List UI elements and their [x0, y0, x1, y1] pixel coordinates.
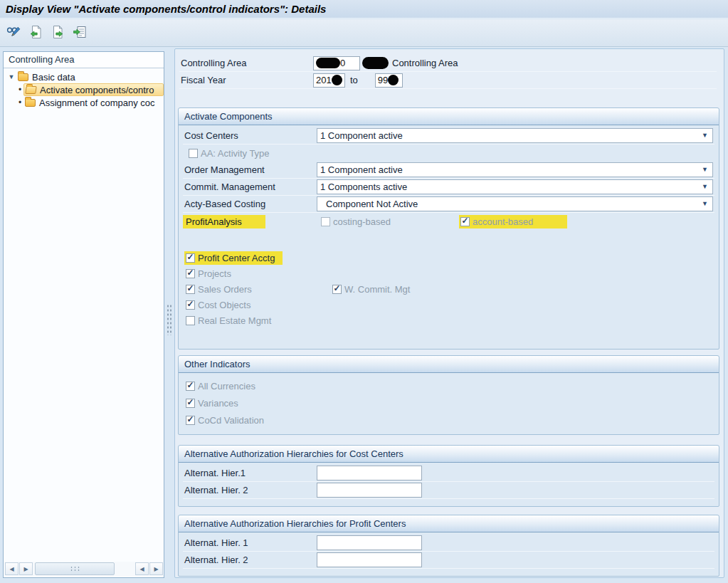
all-currencies-row: All Currencies [183, 377, 714, 394]
previous-entry-button[interactable] [27, 24, 44, 41]
acty-based-costing-row: Acty-Based Costing Component Not Active … [183, 196, 714, 213]
other-indicators-group: Other Indicators All Currencies Variance… [178, 355, 719, 435]
alt-hier1-cc-row: Alternat. Hier.1 [183, 465, 714, 482]
redaction-blob [316, 58, 340, 68]
fiscal-year-to-label: to [350, 75, 358, 85]
redaction-blob [388, 75, 399, 85]
tree-item-basic-data[interactable]: ▼ Basic data [4, 70, 164, 83]
redaction-blob [362, 57, 389, 69]
projects-row: Projects [183, 266, 714, 281]
scrollbar-thumb[interactable] [35, 562, 115, 575]
aa-activity-type-label: AA: Activity Type [201, 148, 270, 159]
aa-activity-type-checkbox[interactable] [189, 149, 198, 158]
redaction-blob [332, 75, 342, 85]
bullet-icon: • [16, 98, 23, 107]
other-entry-button[interactable] [71, 24, 88, 41]
profit-center-acctg-label: Profit Center Acctg [198, 253, 275, 263]
profit-center-acctg-checkbox[interactable] [186, 253, 195, 263]
variances-row: Variances [183, 394, 714, 411]
sales-orders-label: Sales Orders [198, 284, 252, 295]
cost-centers-dropdown[interactable]: 1 Component active ▼ [317, 128, 713, 143]
activate-components-group: Activate Components Cost Centers 1 Compo… [178, 107, 719, 350]
cost-centers-row: Cost Centers 1 Component active ▼ [183, 127, 714, 145]
cost-objects-checkbox[interactable] [186, 300, 195, 310]
bullet-icon: • [16, 85, 23, 95]
tree-header: Controlling Area [4, 52, 164, 68]
display-change-icon [6, 25, 21, 41]
w-commit-mgt-label: W. Commit. Mgt [344, 284, 410, 295]
next-entry-button[interactable] [49, 24, 66, 41]
chevron-down-icon: ▼ [702, 132, 708, 139]
alt-hier2-cc-label: Alternat. Hier. 2 [183, 485, 317, 495]
scroll-left-icon[interactable]: ◀ [135, 562, 149, 575]
account-based-checkbox[interactable] [460, 217, 470, 226]
order-management-row: Order Management 1 Component active ▼ [183, 162, 714, 179]
acty-based-costing-value: Component Not Active [326, 199, 418, 209]
window-titlebar: Display View "Activate components/contro… [0, 0, 728, 19]
tree-item-activate-components[interactable]: • Activate components/contro [4, 83, 164, 96]
order-management-dropdown[interactable]: 1 Component active ▼ [317, 162, 713, 177]
chevron-down-icon: ▼ [702, 166, 708, 173]
details-panel: Controlling Area 0 Controlling Area Fisc… [174, 48, 724, 578]
commit-management-value: 1 Components active [320, 182, 407, 192]
fiscal-year-to-value: 99 [378, 75, 388, 85]
controlling-area-label: Controlling Area [179, 58, 313, 68]
cost-objects-row: Cost Objects [183, 297, 714, 312]
controlling-area-value: 0 [340, 58, 345, 68]
profit-center-acctg-row: Profit Center Acctg [183, 250, 714, 266]
fiscal-year-from-field[interactable]: 201 [313, 73, 345, 88]
alt-hier1-pc-field[interactable] [317, 535, 422, 550]
scroll-right-icon[interactable]: ▶ [149, 562, 163, 575]
tree-horizontal-scrollbar[interactable]: ◀ ▶ ◀ ▶ [4, 562, 163, 576]
navigation-tree-panel: Controlling Area ▼ Basic data • Activate… [3, 51, 164, 578]
alt-hier2-pc-label: Alternat. Hier. 2 [183, 555, 317, 565]
costing-based-label: costing-based [333, 216, 391, 227]
w-commit-mgt-option: W. Commit. Mgt [332, 284, 410, 295]
alt-hier1-pc-label: Alternat. Hier. 1 [183, 537, 317, 548]
profit-center-acctg-option: Profit Center Acctg [184, 251, 283, 265]
w-commit-mgt-checkbox[interactable] [332, 285, 342, 294]
chevron-down-icon[interactable]: ▼ [6, 73, 16, 80]
panel-splitter-handle[interactable] [166, 302, 172, 337]
commit-management-row: Commit. Management 1 Components active ▼ [183, 179, 714, 196]
profit-analysis-label: ProfitAnalysis [183, 215, 265, 229]
controlling-area-field[interactable]: 0 [313, 56, 360, 70]
acty-based-costing-label: Acty-Based Costing [183, 199, 317, 209]
real-estate-mgmt-row: Real Estate Mgmt [183, 312, 714, 328]
cost-objects-label: Cost Objects [198, 300, 250, 310]
alt-hier2-pc-row: Alternat. Hier. 2 [183, 552, 714, 569]
acty-based-costing-dropdown[interactable]: Component Not Active ▼ [317, 196, 713, 211]
tree-item-label: Activate components/contro [40, 85, 154, 95]
cost-centers-label: Cost Centers [183, 130, 317, 141]
account-based-option: account-based [459, 215, 567, 229]
costing-based-checkbox[interactable] [321, 217, 330, 226]
sales-orders-checkbox[interactable] [186, 285, 195, 294]
alt-hier2-cc-field[interactable] [317, 483, 422, 498]
fiscal-year-to-field[interactable]: 99 [375, 73, 403, 88]
alt-auth-cost-centers-group: Alternative Authorization Hierarchies fo… [178, 445, 719, 507]
scroll-left-icon[interactable]: ◀ [5, 562, 19, 575]
variances-checkbox[interactable] [186, 399, 195, 408]
cocd-validation-row: CoCd Validation [183, 411, 714, 429]
chevron-down-icon: ▼ [702, 200, 708, 207]
next-entry-icon [51, 25, 65, 41]
alt-hier2-cc-row: Alternat. Hier. 2 [183, 482, 714, 499]
controlling-area-row: Controlling Area 0 Controlling Area [179, 55, 717, 72]
projects-label: Projects [198, 268, 231, 279]
alt-hier2-pc-field[interactable] [317, 552, 422, 567]
tree-item-label: Basic data [32, 72, 75, 83]
scroll-right-icon[interactable]: ▶ [19, 562, 33, 575]
tree-item-assignment-company-codes[interactable]: • Assignment of company coc [4, 96, 164, 109]
tree-items: ▼ Basic data • Activate components/contr… [4, 68, 164, 109]
order-management-label: Order Management [183, 164, 317, 175]
projects-checkbox[interactable] [186, 269, 195, 278]
group-title: Other Indicators [179, 356, 719, 373]
group-title: Alternative Authorization Hierarchies fo… [179, 446, 719, 463]
all-currencies-checkbox[interactable] [186, 382, 195, 391]
commit-management-dropdown[interactable]: 1 Components active ▼ [317, 179, 713, 194]
real-estate-mgmt-checkbox[interactable] [186, 316, 195, 325]
alt-hier1-cc-field[interactable] [317, 466, 422, 480]
display-change-button[interactable] [5, 24, 22, 41]
cocd-validation-label: CoCd Validation [198, 415, 264, 426]
cocd-validation-checkbox[interactable] [186, 416, 195, 425]
